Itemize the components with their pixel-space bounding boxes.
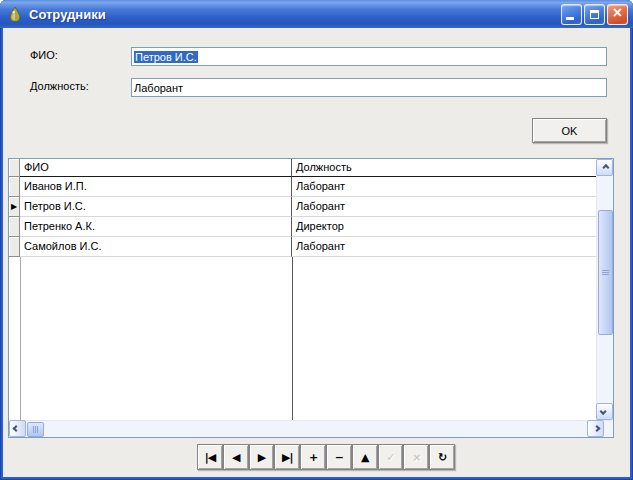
maximize-button[interactable] (584, 4, 605, 25)
scroll-left-button[interactable] (9, 420, 26, 437)
current-row-indicator: ▶ (9, 197, 20, 217)
table-row[interactable]: Самойлов И.С.Лаборант (9, 237, 596, 257)
cell-position[interactable]: Директор (292, 217, 596, 237)
grid-header-row: ФИО Должность (9, 159, 596, 177)
column-header-fio[interactable]: ФИО (20, 159, 292, 177)
close-button[interactable]: × (607, 4, 628, 25)
vertical-scroll-thumb[interactable] (598, 210, 613, 335)
app-window: Сотрудники × ФИО: Петров И.С. Должность:… (0, 0, 633, 480)
nav-prior-button[interactable]: ◀ (223, 444, 249, 470)
db-navigator: |◀◀▶▶|+−▲✓×↻ (197, 444, 455, 470)
indicator-header-cell (9, 159, 20, 177)
minimize-icon (566, 17, 574, 20)
position-input[interactable]: Лаборант (131, 78, 607, 97)
cell-fio[interactable]: Иванов И.П. (20, 177, 292, 197)
nav-next-button[interactable]: ▶ (249, 444, 275, 470)
ok-button[interactable]: OK (532, 118, 607, 143)
scroll-down-button[interactable] (596, 403, 613, 420)
table-row[interactable]: ▶Петров И.С.Лаборант (9, 197, 596, 217)
fio-input[interactable]: Петров И.С. (131, 47, 607, 66)
cell-position[interactable]: Лаборант (292, 197, 596, 217)
vertical-scrollbar[interactable] (596, 159, 613, 420)
table-row[interactable]: Петренко А.К.Директор (9, 217, 596, 237)
nav-delete-button[interactable]: − (326, 444, 352, 470)
fio-selected-text: Петров И.С. (134, 51, 198, 63)
dialog-client-area: ФИО: Петров И.С. Должность: Лаборант OK … (3, 28, 630, 477)
horizontal-scrollbar[interactable] (9, 420, 613, 437)
chevron-down-icon (600, 408, 607, 415)
row-indicator (9, 217, 20, 237)
employees-grid[interactable]: ФИО Должность Иванов И.П.Лаборант▶Петров… (8, 158, 614, 438)
cell-position[interactable]: Лаборант (292, 237, 596, 257)
close-icon: × (613, 5, 622, 21)
nav-post-button: ✓ (378, 444, 404, 470)
column-header-position[interactable]: Должность (292, 159, 596, 177)
nav-first-button[interactable]: |◀ (197, 444, 223, 470)
maximize-icon (590, 10, 599, 19)
nav-refresh-button[interactable]: ↻ (429, 444, 455, 470)
nav-last-button[interactable]: ▶| (274, 444, 300, 470)
chevron-left-icon (13, 425, 20, 432)
grid-inner: ФИО Должность Иванов И.П.Лаборант▶Петров… (9, 159, 613, 437)
chevron-up-icon (602, 164, 609, 171)
horizontal-scroll-thumb[interactable] (27, 422, 44, 437)
nav-insert-button[interactable]: + (300, 444, 326, 470)
cell-fio[interactable]: Самойлов И.С. (20, 237, 292, 257)
chevron-right-icon (593, 425, 600, 432)
row-indicator (9, 177, 20, 197)
scroll-right-button[interactable] (587, 420, 604, 437)
title-bar[interactable]: Сотрудники × (0, 0, 633, 28)
scroll-up-button[interactable] (596, 159, 613, 176)
table-row[interactable]: Иванов И.П.Лаборант (9, 177, 596, 197)
window-title: Сотрудники (29, 7, 559, 22)
position-label: Должность: (30, 80, 89, 92)
nav-edit-button[interactable]: ▲ (352, 444, 378, 470)
position-text: Лаборант (134, 82, 183, 94)
minimize-button[interactable] (561, 4, 582, 25)
cell-fio[interactable]: Петренко А.К. (20, 217, 292, 237)
cell-position[interactable]: Лаборант (292, 177, 596, 197)
cell-fio[interactable]: Петров И.С. (20, 197, 292, 217)
fio-label: ФИО: (30, 49, 58, 61)
droplet-icon (7, 6, 23, 22)
nav-cancel-button: × (403, 444, 429, 470)
row-indicator (9, 237, 20, 257)
